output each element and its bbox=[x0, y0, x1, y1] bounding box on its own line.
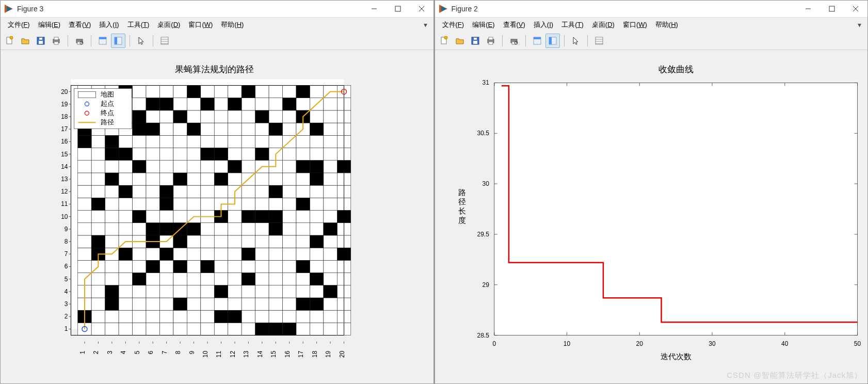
menu-item[interactable]: 桌面(D) bbox=[153, 19, 184, 30]
save-icon[interactable] bbox=[34, 34, 48, 48]
svg-rect-240 bbox=[214, 98, 228, 110]
svg-text:20: 20 bbox=[339, 350, 346, 358]
menu-item[interactable]: 工具(T) bbox=[123, 19, 154, 30]
menubar-overflow-icon[interactable]: ▾ bbox=[858, 21, 864, 29]
minimize-button[interactable] bbox=[362, 1, 386, 17]
titlebar[interactable]: Figure 3 bbox=[1, 1, 433, 18]
svg-rect-284 bbox=[255, 298, 269, 310]
print-preview-icon[interactable] bbox=[507, 34, 521, 48]
menu-item[interactable]: 编辑(E) bbox=[34, 19, 65, 30]
svg-rect-175 bbox=[173, 161, 187, 173]
menu-item[interactable]: 桌面(D) bbox=[588, 19, 619, 30]
svg-rect-371 bbox=[310, 211, 323, 223]
svg-rect-439 bbox=[173, 260, 187, 273]
svg-rect-137 bbox=[146, 135, 159, 148]
svg-rect-480 bbox=[201, 148, 214, 160]
svg-text:30: 30 bbox=[482, 180, 489, 187]
close-button[interactable] bbox=[410, 1, 433, 17]
svg-rect-457 bbox=[133, 211, 146, 223]
menu-item[interactable]: 文件(F) bbox=[4, 19, 34, 30]
status-icon[interactable] bbox=[95, 34, 110, 48]
svg-text:7: 7 bbox=[65, 250, 68, 258]
svg-rect-28 bbox=[78, 248, 91, 260]
layout-icon[interactable] bbox=[545, 34, 560, 48]
pointer-icon[interactable] bbox=[134, 34, 149, 48]
print-preview-icon[interactable] bbox=[72, 34, 87, 48]
menu-item[interactable]: 编辑(E) bbox=[468, 19, 499, 30]
svg-rect-238 bbox=[214, 123, 228, 135]
svg-rect-212 bbox=[201, 198, 214, 210]
maximize-button[interactable] bbox=[820, 1, 844, 17]
menu-item[interactable]: 窗口(W) bbox=[184, 19, 217, 30]
svg-rect-305 bbox=[269, 285, 282, 298]
svg-rect-435 bbox=[133, 273, 146, 285]
datatip-icon[interactable] bbox=[592, 34, 606, 48]
pointer-icon[interactable] bbox=[569, 34, 583, 48]
menu-item[interactable]: 查看(V) bbox=[499, 19, 529, 30]
svg-rect-75 bbox=[105, 161, 119, 173]
svg-rect-103 bbox=[133, 310, 146, 323]
matlab-icon bbox=[5, 5, 13, 13]
open-icon[interactable] bbox=[453, 34, 467, 48]
menubar-overflow-icon[interactable]: ▾ bbox=[424, 21, 430, 29]
datatip-icon[interactable] bbox=[157, 34, 172, 48]
new-figure-icon[interactable] bbox=[437, 34, 452, 48]
open-icon[interactable] bbox=[18, 34, 33, 48]
svg-rect-69 bbox=[105, 235, 119, 248]
svg-rect-143 bbox=[159, 310, 173, 323]
close-button[interactable] bbox=[844, 1, 867, 17]
menu-item[interactable]: 查看(V) bbox=[65, 19, 95, 30]
maximize-button[interactable] bbox=[386, 1, 410, 17]
window-title: Figure 2 bbox=[452, 5, 478, 13]
svg-rect-250 bbox=[228, 223, 242, 235]
svg-rect-377 bbox=[310, 135, 323, 148]
svg-text:7: 7 bbox=[161, 350, 168, 354]
svg-rect-158 bbox=[159, 123, 173, 135]
svg-text:4: 4 bbox=[65, 288, 68, 295]
status-icon[interactable] bbox=[530, 34, 544, 48]
svg-rect-400 bbox=[324, 98, 337, 110]
svg-rect-161 bbox=[159, 85, 173, 98]
layout-icon[interactable] bbox=[111, 34, 125, 48]
titlebar[interactable]: Figure 2 bbox=[435, 1, 868, 18]
svg-rect-465 bbox=[296, 198, 310, 210]
svg-point-599 bbox=[444, 36, 447, 39]
svg-rect-34 bbox=[78, 173, 91, 185]
svg-rect-135 bbox=[146, 161, 159, 173]
svg-rect-398 bbox=[324, 123, 337, 135]
svg-rect-43 bbox=[91, 310, 105, 323]
svg-rect-471 bbox=[214, 173, 228, 185]
menu-item[interactable]: 插入(I) bbox=[95, 19, 123, 30]
menu-item[interactable]: 窗口(W) bbox=[619, 19, 651, 30]
toolbar-separator bbox=[502, 35, 503, 46]
save-icon[interactable] bbox=[468, 34, 483, 48]
svg-rect-483 bbox=[78, 135, 91, 148]
minimize-button[interactable] bbox=[796, 1, 820, 17]
new-figure-icon[interactable] bbox=[3, 34, 17, 48]
svg-rect-215 bbox=[201, 161, 214, 173]
svg-rect-257 bbox=[228, 135, 242, 148]
menu-item[interactable]: 工具(T) bbox=[557, 19, 588, 30]
menu-item[interactable]: 文件(F) bbox=[438, 19, 469, 30]
svg-rect-217 bbox=[201, 135, 214, 148]
svg-rect-460 bbox=[255, 211, 269, 223]
svg-rect-72 bbox=[105, 198, 119, 210]
print-icon[interactable] bbox=[49, 34, 63, 48]
svg-rect-317 bbox=[269, 135, 282, 148]
toolbar-separator bbox=[68, 35, 68, 46]
toolbar-separator bbox=[153, 35, 153, 46]
print-icon[interactable] bbox=[484, 34, 498, 48]
svg-rect-272 bbox=[242, 198, 255, 210]
toolbar-separator bbox=[564, 35, 565, 46]
svg-rect-383 bbox=[324, 310, 337, 323]
menu-item[interactable]: 帮助(H) bbox=[217, 19, 248, 30]
svg-text:终点: 终点 bbox=[101, 109, 114, 117]
svg-rect-44 bbox=[91, 298, 105, 310]
svg-rect-67 bbox=[105, 260, 119, 273]
svg-text:1: 1 bbox=[65, 325, 68, 332]
svg-rect-221 bbox=[201, 85, 214, 98]
plot-area: 收敛曲线0102030405028.52929.53030.531迭代次数路径长… bbox=[435, 50, 868, 383]
menu-item[interactable]: 插入(I) bbox=[529, 19, 557, 30]
menubar: 文件(F)编辑(E)查看(V)插入(I)工具(T)桌面(D)窗口(W)帮助(H)… bbox=[1, 18, 433, 32]
menu-item[interactable]: 帮助(H) bbox=[651, 19, 682, 30]
